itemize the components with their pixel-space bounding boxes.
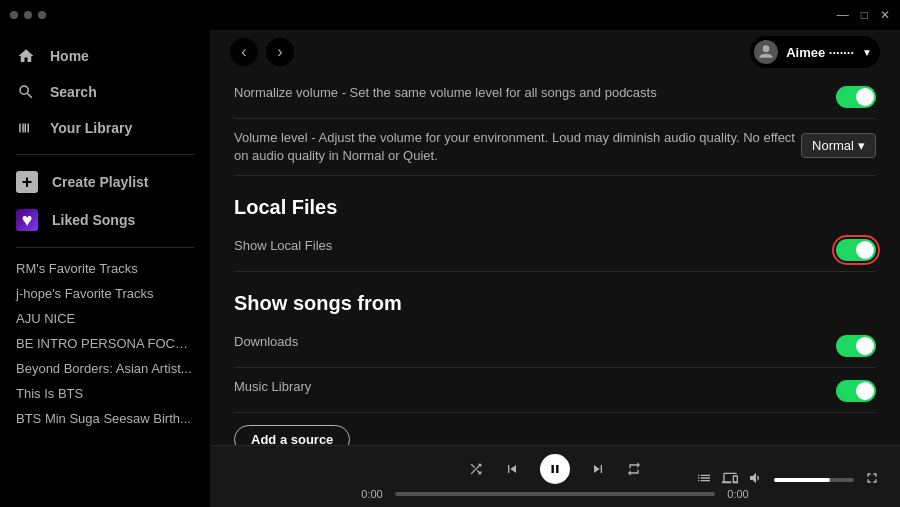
volume-button[interactable] — [748, 470, 764, 489]
normalize-volume-row: Normalize volume - Set the same volume l… — [234, 74, 876, 119]
volume-level-text: Volume level - Adjust the volume for you… — [234, 129, 801, 165]
player-area: 0:00 0:00 — [210, 445, 900, 507]
search-icon — [16, 82, 36, 102]
current-time: 0:00 — [357, 488, 387, 500]
sidebar-item-library[interactable]: Your Library — [0, 110, 210, 146]
playlist-item-4[interactable]: Beyond Borders: Asian Artist... — [0, 356, 210, 381]
settings-content[interactable]: Normalize volume - Set the same volume l… — [210, 74, 900, 445]
sidebar-item-search[interactable]: Search — [0, 74, 210, 110]
svg-point-0 — [763, 45, 770, 52]
titlebar-controls: — □ ✕ — [837, 8, 890, 22]
sidebar: Home Search Your Library + Create Playli… — [0, 30, 210, 507]
player-right-controls — [696, 470, 880, 489]
playlist-item-2[interactable]: AJU NICE — [0, 306, 210, 331]
volume-bar[interactable] — [774, 478, 854, 482]
music-library-row: Music Library — [234, 368, 876, 413]
titlebar-dot-1 — [10, 11, 18, 19]
sidebar-divider-1 — [16, 154, 194, 155]
sidebar-item-liked-songs[interactable]: ♥ Liked Songs — [0, 201, 210, 239]
maximize-button[interactable]: □ — [861, 8, 868, 22]
home-icon — [16, 46, 36, 66]
volume-level-value: Normal — [812, 138, 854, 153]
play-pause-button[interactable] — [540, 454, 570, 484]
devices-button[interactable] — [722, 470, 738, 489]
volume-dropdown-chevron-icon: ▾ — [858, 138, 865, 153]
titlebar-dot-2 — [24, 11, 32, 19]
main-layout: Home Search Your Library + Create Playli… — [0, 30, 900, 507]
create-playlist-icon: + — [16, 171, 38, 193]
chevron-down-icon: ▼ — [862, 47, 872, 58]
minimize-button[interactable]: — — [837, 8, 849, 22]
back-button[interactable]: ‹ — [230, 38, 258, 66]
forward-button[interactable]: › — [266, 38, 294, 66]
titlebar-dot-3 — [38, 11, 46, 19]
sidebar-divider-2 — [16, 247, 194, 248]
topbar-nav: ‹ › — [230, 38, 294, 66]
show-local-files-text: Show Local Files — [234, 237, 332, 255]
add-source-button[interactable]: Add a source — [234, 425, 350, 445]
close-button[interactable]: ✕ — [880, 8, 890, 22]
volume-level-dropdown[interactable]: Normal ▾ — [801, 133, 876, 158]
playlist-item-6[interactable]: BTS Min Suga Seesaw Birth... — [0, 406, 210, 431]
fullscreen-button[interactable] — [864, 470, 880, 489]
queue-button[interactable] — [696, 470, 712, 489]
playlist-item-5[interactable]: This Is BTS — [0, 381, 210, 406]
normalize-volume-knob — [856, 88, 874, 106]
add-source-label: Add a source — [251, 432, 333, 445]
downloads-row: Downloads — [234, 323, 876, 368]
shuffle-button[interactable] — [468, 461, 484, 477]
progress-bar[interactable] — [395, 492, 715, 496]
show-local-files-toggle[interactable] — [836, 239, 876, 261]
sidebar-item-home[interactable]: Home — [0, 38, 210, 74]
total-time: 0:00 — [723, 488, 753, 500]
normalize-volume-toggle[interactable] — [836, 86, 876, 108]
show-songs-from-title: Show songs from — [234, 272, 876, 323]
content-area: ‹ › Aimee ······· ▼ Normalize volume - S… — [210, 30, 900, 507]
downloads-toggle[interactable] — [836, 335, 876, 357]
avatar — [754, 40, 778, 64]
local-files-title: Local Files — [234, 176, 876, 227]
downloads-text: Downloads — [234, 333, 298, 351]
normalize-volume-text: Normalize volume - Set the same volume l… — [234, 84, 657, 102]
next-button[interactable] — [590, 461, 606, 477]
liked-songs-icon: ♥ — [16, 209, 38, 231]
playlist-item-0[interactable]: RM's Favorite Tracks — [0, 256, 210, 281]
sidebar-home-label: Home — [50, 48, 89, 64]
sidebar-library-label: Your Library — [50, 120, 132, 136]
music-library-toggle[interactable] — [836, 380, 876, 402]
add-source-container: Add a source — [234, 413, 876, 445]
sidebar-create-playlist-label: Create Playlist — [52, 174, 149, 190]
sidebar-search-label: Search — [50, 84, 97, 100]
playlist-item-3[interactable]: BE INTRO PERSONA FOCU... — [0, 331, 210, 356]
previous-button[interactable] — [504, 461, 520, 477]
volume-fill — [774, 478, 830, 482]
playlist-item-1[interactable]: j-hope's Favorite Tracks — [0, 281, 210, 306]
repeat-button[interactable] — [626, 461, 642, 477]
user-area[interactable]: Aimee ······· ▼ — [750, 36, 880, 68]
volume-level-row: Volume level - Adjust the volume for you… — [234, 119, 876, 176]
library-icon — [16, 118, 36, 138]
user-name: Aimee ······· — [786, 45, 854, 60]
show-local-files-knob — [856, 241, 874, 259]
show-local-files-row: Show Local Files — [234, 227, 876, 272]
titlebar-dots — [10, 11, 46, 19]
sidebar-liked-songs-label: Liked Songs — [52, 212, 135, 228]
sidebar-item-create-playlist[interactable]: + Create Playlist — [0, 163, 210, 201]
topbar: ‹ › Aimee ······· ▼ — [210, 30, 900, 74]
music-library-knob — [856, 382, 874, 400]
titlebar: — □ ✕ — [0, 0, 900, 30]
downloads-knob — [856, 337, 874, 355]
player-progress: 0:00 0:00 — [226, 488, 884, 500]
music-library-text: Music Library — [234, 378, 311, 396]
